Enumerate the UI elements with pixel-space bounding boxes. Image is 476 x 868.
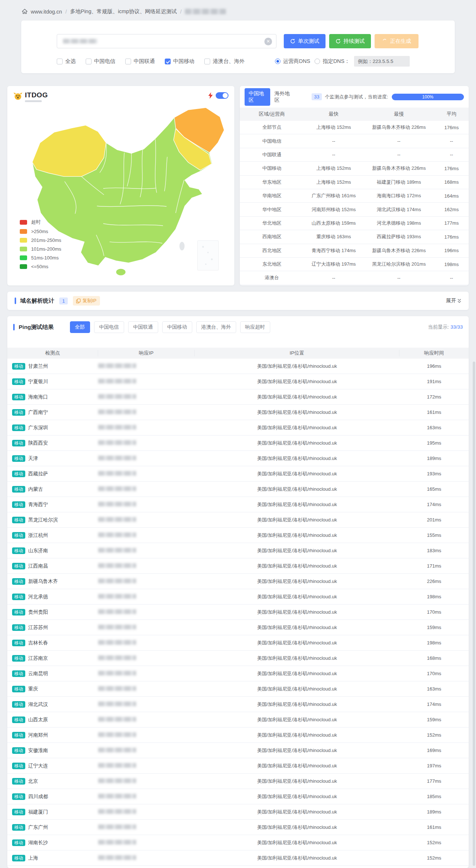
checkbox-checked-icon[interactable] [165,59,171,64]
legend-item: 201ms-250ms [20,237,61,243]
carrier-badge: 移动 [12,732,25,738]
summary-cell: 新疆乌鲁木齐移动 226ms [364,247,435,254]
ping-tab-港澳台、海外[interactable]: 港澳台、海外 [196,321,236,333]
continuous-test-button[interactable]: 持续测试 [329,34,371,48]
summary-cell: 青海西宁移动 174ms [304,247,364,254]
ping-result-row: 移动安徽淮南美国/加利福尼亚/洛杉矶/rhinocloud.uk169ms [7,743,469,758]
tab-china-region[interactable]: 中国地区 [245,88,270,106]
ip-location-cell: 美国/加利福尼亚/洛杉矶/rhinocloud.uk [195,732,399,738]
ping-tab-中国电信[interactable]: 中国电信 [94,321,124,333]
carrier-badge: 移动 [12,532,25,539]
checkbox-icon[interactable] [204,59,210,64]
node-cell: 移动浙江杭州 [7,532,98,539]
summary-row: 华南地区广东广州移动 161ms海南海口移动 172ms164ms [240,189,469,203]
ip-location-cell: 美国/加利福尼亚/洛杉矶/rhinocloud.uk [195,594,399,600]
clear-input-icon[interactable]: ✕ [264,38,272,45]
expand-button[interactable]: 展开 [446,298,461,304]
response-time-cell: 174ms [399,701,469,707]
node-cell: 移动陕西西安 [7,440,98,446]
legend-swatch [20,264,27,269]
target-host-redacted [63,39,97,44]
response-ip-cell [98,609,194,615]
checkbox-中国电信[interactable]: 中国电信 [86,58,115,65]
ip-location-cell: 美国/加利福尼亚/洛杉矶/rhinocloud.uk [195,563,399,569]
ping-tab-全部[interactable]: 全部 [70,321,90,333]
node-city: 湖北武汉 [28,701,48,708]
checkbox-港澳台、海外[interactable]: 港澳台、海外 [204,58,245,65]
china-map-card: ITDOG [7,86,234,285]
response-ip-redacted [98,840,136,845]
response-ip-redacted [98,594,136,599]
checkbox-中国移动[interactable]: 中国移动 [165,58,194,65]
carrier-badge: 移动 [12,424,25,431]
carrier-badge: 移动 [12,809,25,815]
radio-selected-icon[interactable] [275,59,280,64]
map-toggle[interactable] [216,92,228,99]
copy-ip-button[interactable]: 复制IP [73,296,100,306]
checkbox-label: 中国联通 [134,58,155,65]
breadcrumb-home-link[interactable]: www.itdog.cn [31,9,62,15]
node-cell: 移动湖北武汉 [7,701,98,708]
response-ip-cell [98,594,194,600]
breadcrumb-separator: / [65,9,67,15]
node-city: 广西南宁 [28,409,48,416]
page-scrollbar[interactable] [473,362,475,866]
checkbox-icon[interactable] [57,59,63,64]
ip-location-cell: 美国/加利福尼亚/洛杉矶/rhinocloud.uk [195,609,399,616]
summary-row: 全部节点上海移动 152ms新疆乌鲁木齐移动 226ms176ms [240,121,469,134]
dns-input[interactable]: 例如：223.5.5.5 [354,56,410,67]
ping-tab-响应超时[interactable]: 响应超时 [240,321,270,333]
node-city: 贵州贵阳 [28,609,48,616]
ping-result-row: 移动江西南昌美国/加利福尼亚/洛杉矶/rhinocloud.uk171ms [7,558,469,574]
checkbox-中国联通[interactable]: 中国联通 [125,58,155,65]
ping-result-row: 移动贵州贵阳美国/加利福尼亚/洛杉矶/rhinocloud.uk170ms [7,605,469,620]
summary-cell: 华北地区 [240,220,304,227]
node-city: 江苏苏州 [28,624,48,631]
response-time-cell: 168ms [399,655,469,661]
ip-location-cell: 美国/加利福尼亚/洛杉矶/rhinocloud.uk [195,824,399,831]
ping-result-row: 移动西藏拉萨美国/加利福尼亚/洛杉矶/rhinocloud.uk193ms [7,466,469,482]
summary-cell: 162ms [434,207,469,212]
ping-result-row: 移动山西太原美国/加利福尼亚/洛杉矶/rhinocloud.uk159ms [7,712,469,727]
target-host-input[interactable]: ✕ [57,34,276,48]
ping-tab-中国联通[interactable]: 中国联通 [128,321,158,333]
carrier-badge: 移动 [12,624,25,631]
breadcrumb-section-link[interactable]: 多地Ping、常规版、icmp协议、网络延迟测试 [70,8,177,15]
response-ip-cell [98,625,194,631]
ping-result-row: 移动云南昆明美国/加利福尼亚/洛杉矶/rhinocloud.uk170ms [7,666,469,681]
generating-button[interactable]: 正在生成 [375,34,419,48]
summary-cell: 山西太原移动 159ms [304,220,364,227]
ping-result-row: 移动天津美国/加利福尼亚/洛杉矶/rhinocloud.uk189ms [7,451,469,466]
summary-cell: 西藏拉萨移动 193ms [364,233,435,240]
response-time-cell: 191ms [399,379,469,384]
summary-cell: 198ms [434,262,469,267]
summary-cell: 上海移动 152ms [304,165,364,172]
response-time-cell: 189ms [399,809,469,815]
summary-cell: 新疆乌鲁木齐移动 226ms [364,124,435,131]
tab-overseas-region[interactable]: 海外地区 [270,88,296,106]
node-city: 北京 [28,778,38,785]
response-ip-cell [98,563,194,569]
radio-运营商DNS[interactable]: 运营商DNS [275,58,310,65]
response-time-cell: 174ms [399,502,469,507]
ping-tab-中国移动[interactable]: 中国移动 [162,321,192,333]
checkbox-icon[interactable] [125,59,131,64]
summary-cell: -- [364,275,435,281]
carrier-badge: 移动 [12,686,25,692]
node-cell: 移动甘肃兰州 [7,363,98,370]
radio-icon[interactable] [315,59,320,64]
checkbox-全选[interactable]: 全选 [57,58,76,65]
checkbox-icon[interactable] [86,59,92,64]
home-icon [22,9,27,14]
summary-cell: 河北承德移动 198ms [364,220,435,227]
response-ip-cell [98,379,194,385]
response-ip-redacted [98,548,136,553]
node-cell: 移动广东深圳 [7,424,98,431]
summary-row: 华东地区上海移动 152ms福建厦门移动 189ms168ms [240,176,469,189]
response-ip-redacted [98,625,136,629]
ping-result-row: 移动陕西西安美国/加利福尼亚/洛杉矶/rhinocloud.uk195ms [7,435,469,451]
ip-location-cell: 美国/加利福尼亚/洛杉矶/rhinocloud.uk [195,624,399,631]
single-test-button[interactable]: 单次测试 [284,34,326,48]
ping-result-row: 移动黑龙江哈尔滨美国/加利福尼亚/洛杉矶/rhinocloud.uk201ms [7,512,469,528]
radio-指定DNS：[interactable]: 指定DNS： [315,58,350,65]
